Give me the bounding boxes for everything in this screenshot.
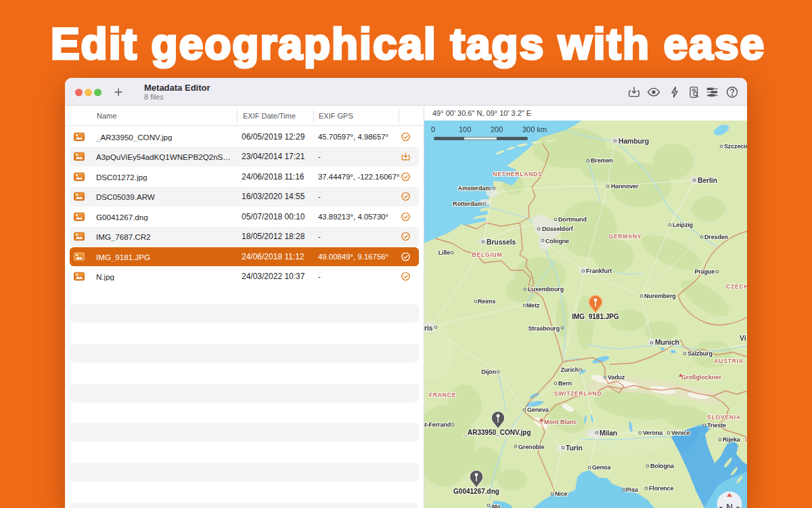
svg-text:Bologna: Bologna — [650, 463, 675, 469]
svg-text:Rotterdam: Rotterdam — [453, 200, 482, 207]
svg-text:Szczecin: Szczecin — [724, 143, 747, 150]
svg-text:IMG_9181.JPG: IMG_9181.JPG — [572, 313, 619, 320]
svg-text:CR: CR — [745, 436, 747, 443]
svg-text:Lille: Lille — [438, 249, 450, 256]
svg-text:nt-Ferrand: nt-Ferrand — [424, 421, 451, 428]
svg-text:ris: ris — [424, 324, 433, 332]
svg-text:SLOVENIA: SLOVENIA — [707, 414, 741, 421]
svg-text:Venice: Venice — [671, 429, 690, 436]
svg-text:Dijon: Dijon — [481, 368, 496, 375]
svg-text:Dortmund: Dortmund — [558, 216, 587, 223]
svg-text:NETHERLANDS: NETHERLANDS — [493, 171, 542, 177]
svg-text:FRANCE: FRANCE — [429, 391, 456, 398]
svg-text:Vi: Vi — [740, 334, 746, 342]
svg-text:Genoa: Genoa — [592, 464, 611, 471]
svg-text:BELGIUM: BELGIUM — [472, 251, 503, 258]
svg-text:GERMANY: GERMANY — [608, 233, 641, 240]
svg-text:Ma: Ma — [492, 503, 501, 508]
svg-text:_AR33950_CONV.jpg: _AR33950_CONV.jpg — [463, 429, 531, 436]
svg-text:Brussels: Brussels — [487, 238, 516, 246]
svg-text:Geneva: Geneva — [527, 406, 549, 413]
svg-text:Rijeka: Rijeka — [723, 436, 741, 443]
svg-text:Cologne: Cologne — [545, 238, 569, 245]
svg-text:Trieste: Trieste — [707, 422, 726, 429]
svg-text:0: 0 — [431, 125, 435, 133]
svg-text:Nice: Nice — [555, 490, 568, 497]
svg-text:AUSTRIA: AUSTRIA — [714, 358, 743, 364]
svg-text:Hamburg: Hamburg — [618, 137, 649, 145]
svg-text:Milan: Milan — [600, 429, 617, 437]
svg-text:Leipzig: Leipzig — [673, 221, 693, 228]
svg-text:Hannover: Hannover — [611, 183, 639, 190]
svg-text:Reims: Reims — [478, 298, 495, 305]
svg-text:Amsterdam: Amsterdam — [458, 185, 491, 192]
svg-text:200: 200 — [491, 125, 503, 133]
svg-text:Verona: Verona — [643, 429, 663, 436]
svg-text:Großglockner: Großglockner — [681, 374, 722, 381]
svg-text:Turin: Turin — [566, 444, 583, 452]
svg-text:Prague: Prague — [694, 268, 715, 275]
svg-text:Dresden: Dresden — [704, 234, 728, 240]
svg-text:300 km: 300 km — [522, 125, 547, 133]
svg-text:SWITZERLAND: SWITZERLAND — [554, 390, 602, 397]
svg-text:N: N — [726, 502, 733, 508]
svg-text:Frankfurt: Frankfurt — [586, 268, 612, 274]
svg-text:Strasbourg: Strasbourg — [528, 325, 560, 332]
svg-text:Zurich: Zurich — [560, 366, 579, 373]
svg-text:Metz: Metz — [526, 302, 540, 309]
svg-text:Grenoble: Grenoble — [518, 444, 544, 450]
svg-text:Mont Blanc: Mont Blanc — [544, 419, 577, 425]
svg-text:Düsseldorf: Düsseldorf — [542, 226, 574, 232]
svg-text:Bremen: Bremen — [591, 157, 613, 164]
svg-text:Nuremberg: Nuremberg — [644, 293, 676, 299]
svg-text:Pisa: Pisa — [626, 486, 639, 493]
svg-text:Munich: Munich — [655, 338, 679, 346]
svg-text:Salzburg: Salzburg — [687, 350, 713, 357]
svg-text:Berlin: Berlin — [698, 176, 717, 184]
svg-text:Bern: Bern — [558, 380, 572, 387]
svg-text:Vaduz: Vaduz — [608, 374, 625, 381]
svg-text:Florence: Florence — [649, 485, 673, 492]
svg-text:100: 100 — [459, 125, 471, 133]
svg-text:Luxembourg: Luxembourg — [528, 286, 564, 293]
svg-text:CZECH: CZECH — [726, 283, 747, 290]
svg-text:G0041267.dng: G0041267.dng — [453, 488, 499, 495]
